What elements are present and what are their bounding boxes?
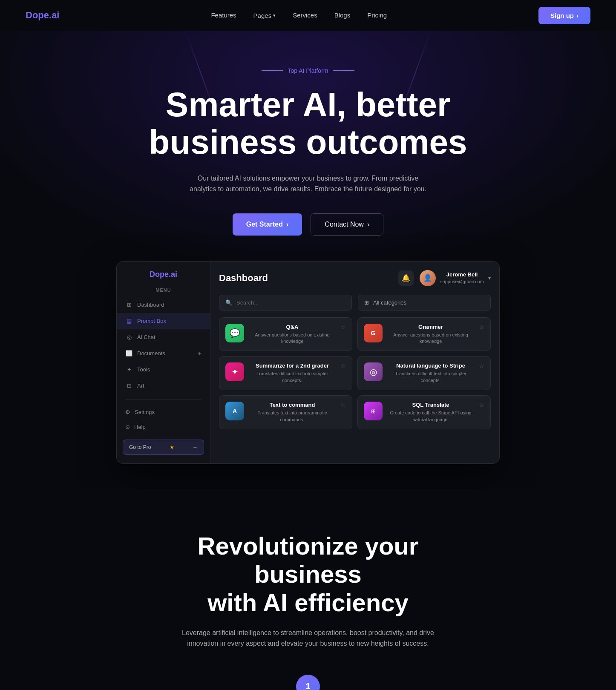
pages-chevron-icon: ▾ xyxy=(273,13,276,18)
sql-translate-star-button[interactable]: ☆ xyxy=(479,402,484,408)
summarize-icon: ✦ xyxy=(225,362,244,381)
qa-content: Q&A Answer questions based on existing k… xyxy=(249,324,335,345)
get-started-arrow-icon: › xyxy=(286,221,288,228)
card-sql-translate: ⊞ SQL Translate Create code to call the … xyxy=(357,395,491,429)
natural-language-star-button[interactable]: ☆ xyxy=(479,362,484,369)
help-icon: ⊙ xyxy=(125,424,130,430)
dashboard-sidebar: Dope.ai MENU ⊞ Dashboard ▤ Prompt Box ◎ … xyxy=(117,262,210,463)
nav-pricing[interactable]: Pricing xyxy=(367,12,387,19)
grammer-content: Grammer Answer questions based on existi… xyxy=(388,324,474,345)
menu-label: MENU xyxy=(117,288,210,297)
category-filter[interactable]: ⊞ All categories xyxy=(358,295,491,310)
contact-now-button[interactable]: Contact Now › xyxy=(311,213,383,236)
settings-icon: ⚙ xyxy=(125,409,130,415)
qa-star-button[interactable]: ☆ xyxy=(340,324,346,331)
sidebar-item-tools[interactable]: ✦ Tools xyxy=(117,362,210,378)
qa-title: Q&A xyxy=(249,324,335,330)
nav-services[interactable]: Services xyxy=(293,12,317,19)
text-command-icon: A xyxy=(225,402,244,420)
sidebar-divider xyxy=(125,399,201,400)
documents-icon: ⬜ xyxy=(125,350,133,357)
sidebar-item-documents[interactable]: ⬜ Documents + xyxy=(117,345,210,362)
dashboard-icon: ⊞ xyxy=(125,301,133,309)
card-natural-language: ◎ Natural language to Stripe Translates … xyxy=(357,356,491,390)
nav-blogs[interactable]: Blogs xyxy=(334,12,351,19)
search-icon: 🔍 xyxy=(225,299,232,306)
summarize-content: Summarize for a 2nd grader Translates di… xyxy=(249,362,335,384)
card-qa: 💬 Q&A Answer questions based on existing… xyxy=(219,317,352,351)
art-icon: ⊡ xyxy=(125,382,133,390)
step-circle: 1 xyxy=(296,675,320,690)
qa-icon: 💬 xyxy=(225,324,244,342)
notification-bell-button[interactable]: 🔔 xyxy=(398,270,414,286)
sidebar-logo: Dope.ai xyxy=(117,270,210,288)
summarize-star-button[interactable]: ☆ xyxy=(340,362,346,369)
navbar: Dope.ai Features Pages ▾ Services Blogs … xyxy=(0,0,616,31)
hero-section: Top AI Platform Smarter AI, better busin… xyxy=(0,31,616,489)
sql-translate-icon: ⊞ xyxy=(364,402,383,420)
search-input[interactable]: 🔍 Search... xyxy=(219,295,352,310)
get-started-button[interactable]: Get Started › xyxy=(233,213,302,236)
grammer-icon: G xyxy=(364,324,383,342)
user-avatar: 👤 xyxy=(420,270,436,286)
grammer-title: Grammer xyxy=(388,324,474,330)
text-command-content: Text to command Translates text into pro… xyxy=(249,402,335,423)
sql-translate-content: SQL Translate Create code to call the St… xyxy=(388,402,474,423)
prompt-box-icon: ▤ xyxy=(125,317,133,325)
user-menu-button[interactable]: 👤 Jerome Bell suppose@gmail.com ▾ xyxy=(420,270,491,286)
header-right: 🔔 👤 Jerome Bell suppose@gmail.com ▾ xyxy=(398,270,491,286)
dashboard-mockup: Dope.ai MENU ⊞ Dashboard ▤ Prompt Box ◎ … xyxy=(116,261,500,464)
section2: Revolutionize your business with AI effi… xyxy=(0,489,616,690)
logo-text: Dope. xyxy=(26,10,52,20)
card-grammer: G Grammer Answer questions based on exis… xyxy=(357,317,491,351)
logo[interactable]: Dope.ai xyxy=(26,10,59,21)
summarize-title: Summarize for a 2nd grader xyxy=(249,362,335,369)
text-command-title: Text to command xyxy=(249,402,335,408)
grid-icon: ⊞ xyxy=(364,299,369,306)
dashboard-title: Dashboard xyxy=(219,273,268,284)
pro-star-icon: ★ xyxy=(170,444,174,450)
pro-arrow-icon: → xyxy=(193,444,198,450)
dashboard-header: Dashboard 🔔 👤 Jerome Bell suppose@gmail.… xyxy=(219,270,491,286)
ai-chat-icon: ◎ xyxy=(125,334,133,341)
add-document-button[interactable]: + xyxy=(198,350,201,357)
user-info: Jerome Bell suppose@gmail.com xyxy=(440,271,484,285)
bell-icon: 🔔 xyxy=(402,274,410,282)
natural-language-icon: ◎ xyxy=(364,362,383,381)
summarize-desc: Translates difficult text into simpler c… xyxy=(249,371,335,384)
nav-pages[interactable]: Pages ▾ xyxy=(253,12,276,19)
sidebar-item-prompt-box[interactable]: ▤ Prompt Box xyxy=(117,313,210,329)
sidebar-item-ai-chat[interactable]: ◎ Ai Chat xyxy=(117,329,210,345)
section2-subtitle: Leverage artificial intelligence to stre… xyxy=(172,627,444,649)
grammer-desc: Answer questions based on existing knowl… xyxy=(388,332,474,345)
card-summarize: ✦ Summarize for a 2nd grader Translates … xyxy=(219,356,352,390)
qa-desc: Answer questions based on existing knowl… xyxy=(249,332,335,345)
sidebar-item-art[interactable]: ⊡ Art xyxy=(117,378,210,394)
hero-buttons: Get Started › Contact Now › xyxy=(9,213,607,236)
text-command-star-button[interactable]: ☆ xyxy=(340,402,346,408)
step-indicator: 1 xyxy=(296,675,320,690)
natural-language-desc: Translates difficult text into simpler c… xyxy=(388,371,474,384)
logo-accent: ai xyxy=(52,10,59,20)
nav-features[interactable]: Features xyxy=(211,12,236,19)
card-text-command: A Text to command Translates text into p… xyxy=(219,395,352,429)
grammer-star-button[interactable]: ☆ xyxy=(479,324,484,331)
sidebar-item-help[interactable]: ⊙ Help xyxy=(117,420,210,434)
sidebar-item-dashboard[interactable]: ⊞ Dashboard xyxy=(117,297,210,313)
search-row: 🔍 Search... ⊞ All categories xyxy=(219,295,491,310)
nav-links: Features Pages ▾ Services Blogs Pricing xyxy=(211,12,387,19)
go-pro-button[interactable]: Go to Pro ★ → xyxy=(123,440,204,455)
sql-translate-title: SQL Translate xyxy=(388,402,474,408)
sidebar-item-settings[interactable]: ⚙ Settings xyxy=(117,405,210,420)
signup-arrow-icon: › xyxy=(576,12,579,19)
signup-button[interactable]: Sign up › xyxy=(538,7,590,24)
sql-translate-desc: Create code to call the Stripe API using… xyxy=(388,410,474,423)
dashboard-main: Dashboard 🔔 👤 Jerome Bell suppose@gmail.… xyxy=(210,262,499,463)
cards-grid: 💬 Q&A Answer questions based on existing… xyxy=(219,317,491,429)
natural-language-title: Natural language to Stripe xyxy=(388,362,474,369)
tools-icon: ✦ xyxy=(125,366,133,374)
hero-badge: Top AI Platform xyxy=(262,67,355,74)
user-chevron-icon: ▾ xyxy=(488,275,491,281)
hero-title: Smarter AI, better business outcomes xyxy=(138,86,478,161)
contact-arrow-icon: › xyxy=(367,221,369,228)
